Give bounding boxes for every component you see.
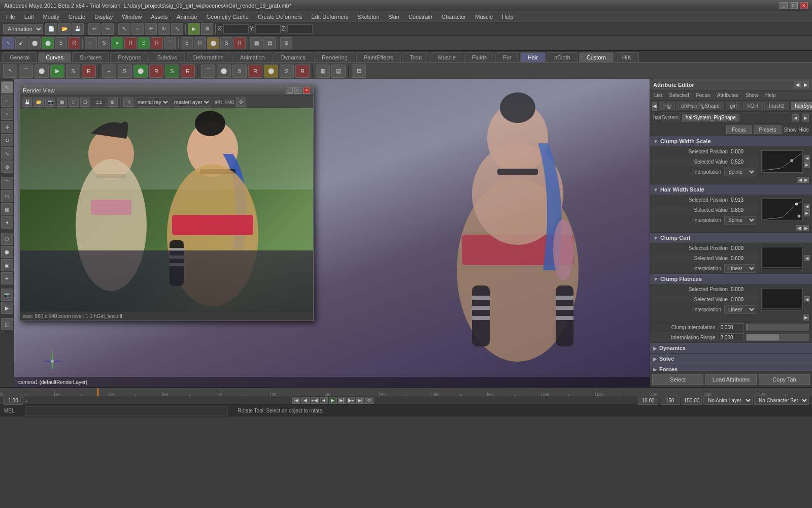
sculpt-tool[interactable]: ⬤ [28, 37, 41, 49]
cf-val-value[interactable]: 0.000 [731, 297, 756, 302]
rv-save[interactable]: 💾 [22, 98, 32, 107]
tab-custom[interactable]: Custom [579, 52, 614, 62]
menu-geometry-cache[interactable]: Geometry Cache [202, 13, 253, 21]
load-attributes-button[interactable]: Load Attributes [705, 374, 757, 385]
rv-pause[interactable]: ⏸ [123, 98, 133, 107]
dynamics-header[interactable]: ▶ Dynamics [650, 343, 812, 353]
tab-ncloth[interactable]: nCloth [547, 52, 578, 62]
shelf-btn-s3[interactable]: S [165, 65, 179, 78]
close-button[interactable]: ✕ [800, 2, 808, 9]
s-tool[interactable]: S [55, 37, 67, 49]
open-btn[interactable]: 📂 [58, 23, 71, 35]
menu-muscle[interactable]: Muscle [471, 13, 497, 21]
render-btn[interactable]: ▶ [188, 23, 200, 35]
tab-fluids[interactable]: Fluids [464, 52, 494, 62]
shelf-btn-r4[interactable]: R [248, 65, 262, 78]
hws-graph-btn-1[interactable]: ◀ [804, 204, 810, 210]
tab-deformation[interactable]: Deformation [186, 52, 231, 62]
shelf-btn-5[interactable]: ⌐ [102, 65, 116, 78]
cws-val-value[interactable]: 0.520 [731, 159, 756, 165]
shelf-btn-2[interactable]: ⌒ [19, 65, 33, 78]
z-coord[interactable] [287, 24, 313, 34]
tab-polygons[interactable]: Polygons [110, 52, 148, 62]
rotate-btn[interactable]: ↻ [158, 23, 170, 35]
lasso-mode-btn[interactable]: ○ [1, 108, 13, 120]
redo-btn[interactable]: ↪ [101, 23, 114, 35]
move-mode-btn[interactable]: ✛ [1, 121, 13, 133]
menu-create[interactable]: Create [64, 13, 89, 21]
cws-arr1[interactable]: ◀ [797, 177, 803, 183]
hws-graph-btn-2[interactable]: ▶ [804, 210, 810, 216]
attr-tab-list[interactable]: List [652, 91, 664, 99]
camera-btn[interactable]: 📷 [1, 289, 13, 301]
shelf-btn-r2[interactable]: R [149, 65, 163, 78]
hide-label[interactable]: Hide [798, 127, 809, 133]
r-red3[interactable]: R [151, 37, 163, 49]
cc-pos-value[interactable]: 0.000 [731, 245, 756, 251]
orange-tool[interactable]: ⬤ [207, 37, 219, 49]
menu-help[interactable]: Help [498, 13, 518, 21]
cf-graph-btn-1[interactable]: ◀ [804, 296, 810, 302]
cc-interp-select[interactable]: LinearSplineSmooth [724, 264, 756, 273]
rv-frame[interactable]: □ [69, 98, 79, 107]
tab-muscle[interactable]: Muscle [430, 52, 463, 62]
shelf-btn-orange[interactable]: ⬤ [264, 65, 278, 78]
cws-pos-value[interactable]: 0.000 [731, 149, 756, 154]
undo-btn[interactable]: ↩ [88, 23, 100, 35]
loop-btn[interactable]: ⟳ [365, 397, 374, 404]
command-input[interactable] [25, 406, 228, 416]
select-mode-btn[interactable]: ↖ [1, 81, 13, 93]
shelf-btn-s[interactable]: S [66, 65, 80, 78]
rv-zoom-fit[interactable]: ⊞ [108, 98, 118, 107]
menu-edit[interactable]: Edit [20, 13, 38, 21]
node-tab-girl[interactable]: girl [726, 102, 741, 110]
tab-surfaces[interactable]: Surfaces [72, 52, 109, 62]
hws-graph[interactable] [761, 199, 803, 221]
cws-arr2[interactable]: ▶ [803, 177, 809, 183]
cf-header[interactable]: ▼ Clump Flatness [650, 274, 812, 284]
scale-mode-btn[interactable]: ⤡ [1, 147, 13, 160]
range-start-input[interactable] [660, 396, 680, 405]
xray-btn[interactable]: ◫ [1, 318, 13, 330]
tab-fur[interactable]: Fur [495, 52, 519, 62]
node-tab-pig[interactable]: Pig [659, 102, 675, 110]
clump-width-scale-header[interactable]: ▼ Clump Width Scale [650, 136, 812, 146]
cws-graph-btn-2[interactable]: ▶ [804, 162, 810, 168]
light-btn[interactable]: ☀ [1, 272, 13, 284]
universal-mode-btn[interactable]: ⊕ [1, 161, 13, 173]
hws-pos-value[interactable]: 0.913 [731, 197, 756, 203]
menu-skeleton[interactable]: Skeleton [354, 13, 384, 21]
r-tool-red[interactable]: R [68, 37, 80, 49]
shelf-btn-grid2[interactable]: ▤ [331, 65, 346, 78]
s-tool2[interactable]: S [98, 37, 110, 49]
prev-frame-btn[interactable]: ◀ [301, 397, 310, 404]
copy-tab-button[interactable]: Copy Tab [759, 374, 810, 385]
shelf-btn-r[interactable]: R [82, 65, 96, 78]
brush-tool[interactable]: ⌐ [85, 37, 97, 49]
shelf-btn-grid[interactable]: ▦ [316, 65, 330, 78]
play-fwd-btn[interactable]: ▶ [329, 397, 337, 404]
rv-zoom-val[interactable]: 1:1 [92, 98, 106, 107]
shelf-btn-7[interactable]: ⬤ [217, 65, 231, 78]
clump-interp-slider[interactable] [746, 324, 809, 331]
shelf-btn-8[interactable]: S [280, 65, 294, 78]
r-green2[interactable]: ● [111, 37, 123, 49]
menu-skin[interactable]: Skin [384, 13, 403, 21]
maximize-button[interactable]: □ [790, 2, 798, 9]
attr-scrollable-content[interactable]: ▼ Clump Width Scale Selected Position 0.… [650, 136, 812, 371]
shelf-btn-r5[interactable]: R [295, 65, 310, 78]
grid-btn[interactable]: ▦ [250, 37, 262, 49]
play-back-btn[interactable]: ◄ [320, 397, 328, 404]
select-btn[interactable]: ↖ [118, 23, 130, 35]
grid2-btn[interactable]: ▤ [263, 37, 276, 49]
snap-surface-btn[interactable]: □ [1, 190, 13, 202]
next-frame-btn[interactable]: ▶▸ [347, 397, 355, 404]
hws-val-value[interactable]: 0.800 [731, 207, 756, 213]
texture-btn[interactable]: ▣ [1, 259, 13, 271]
forces-header[interactable]: ▶ Forces [650, 364, 812, 371]
rotate-mode-btn[interactable]: ↻ [1, 134, 13, 146]
cf-interp-select[interactable]: LinearSplineSmooth [724, 305, 756, 314]
minimize-button[interactable]: _ [780, 2, 788, 9]
cws-graph-btn-1[interactable]: ◀ [804, 155, 810, 162]
hws-interp-select[interactable]: SplineLinearSmooth [724, 216, 756, 225]
